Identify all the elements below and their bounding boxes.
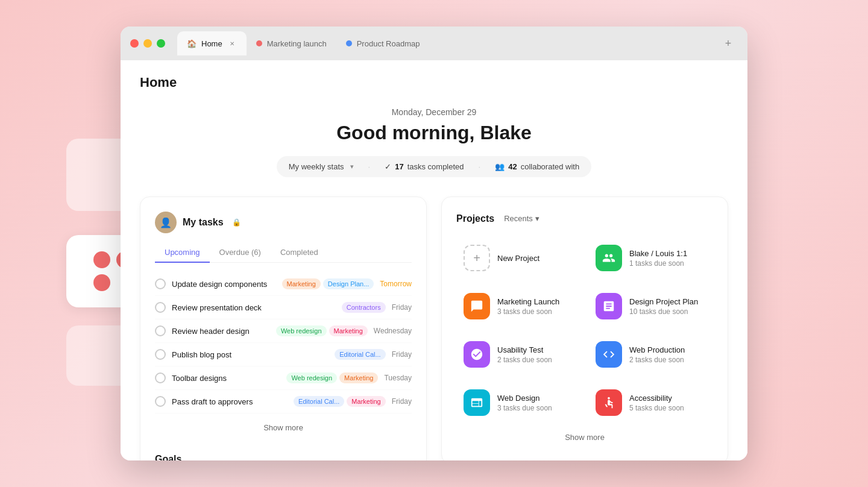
my-tasks-header: 👤 My tasks 🔒 bbox=[155, 212, 412, 233]
project-item-accessibility[interactable]: Accessibility 5 tasks due soon bbox=[588, 382, 713, 423]
project-icon-marketing bbox=[464, 293, 490, 319]
tab-home[interactable]: 🏠 Home ✕ bbox=[177, 31, 247, 55]
tasks-completed-count: 17 bbox=[395, 162, 403, 171]
task-tabs: Upcoming Overdue (6) Completed bbox=[155, 243, 412, 263]
tag-contractors-2[interactable]: Contractors bbox=[342, 302, 386, 313]
task-tags-1: Marketing Design Plan... bbox=[282, 278, 374, 289]
task-check-3[interactable] bbox=[155, 325, 166, 336]
task-due-6: Friday bbox=[392, 397, 412, 406]
project-tasks-usability: 2 tasks due soon bbox=[497, 356, 574, 364]
task-due-1: Tomorrow bbox=[380, 280, 412, 288]
projects-header: Projects Recents ▾ bbox=[456, 212, 713, 225]
check-icon: ✓ bbox=[385, 162, 391, 171]
project-item-new[interactable]: + New Project bbox=[456, 237, 581, 278]
goals-section: Goals Increase qualified leads by 175% M… bbox=[155, 454, 412, 460]
projects-grid: + New Project bbox=[456, 237, 713, 423]
tab-marketing-dot bbox=[256, 40, 262, 46]
tag-web-5[interactable]: Web redesign bbox=[286, 372, 337, 383]
minimize-button[interactable] bbox=[143, 39, 152, 48]
project-tasks-design: 10 tasks due soon bbox=[629, 307, 706, 316]
window-controls bbox=[130, 39, 165, 48]
goals-title: Goals bbox=[155, 454, 412, 460]
avatar: 👤 bbox=[155, 212, 177, 233]
task-check-2[interactable] bbox=[155, 302, 166, 313]
recents-chevron-icon: ▾ bbox=[535, 214, 539, 223]
task-tags-5: Web redesign Marketing bbox=[286, 372, 378, 383]
project-info-blake: Blake / Louis 1:1 1 tasks due soon bbox=[629, 249, 706, 268]
task-row: Review header design Web redesign Market… bbox=[155, 319, 412, 343]
task-check-1[interactable] bbox=[155, 278, 166, 289]
tag-marketing2-6[interactable]: Marketing bbox=[347, 396, 385, 407]
tasks-completed-stat: ✓ 17 tasks completed bbox=[385, 162, 464, 171]
project-info-usability: Usability Test 2 tasks due soon bbox=[497, 345, 574, 364]
add-tab-button[interactable]: + bbox=[719, 34, 738, 53]
project-icon-webdesign bbox=[464, 389, 490, 416]
task-check-5[interactable] bbox=[155, 372, 166, 383]
right-column: Projects Recents ▾ + New Proje bbox=[441, 196, 728, 460]
projects-title: Projects bbox=[456, 213, 494, 224]
maximize-button[interactable] bbox=[157, 39, 165, 48]
new-project-info: New Project bbox=[497, 254, 574, 263]
task-row: Publish blog post Editorial Cal... Frida… bbox=[155, 343, 412, 366]
tab-completed[interactable]: Completed bbox=[271, 243, 328, 263]
page-title: Home bbox=[140, 75, 728, 90]
project-icon-usability bbox=[464, 341, 490, 368]
project-info-accessibility: Accessibility 5 tasks due soon bbox=[629, 394, 706, 412]
task-tags-6: Editorial Cal... Marketing bbox=[294, 396, 386, 407]
project-item-webprod[interactable]: Web Production 2 tasks due soon bbox=[588, 334, 713, 375]
tab-marketing[interactable]: Marketing launch bbox=[247, 31, 336, 55]
home-icon: 🏠 bbox=[187, 39, 197, 48]
hero-section: Monday, December 29 Good morning, Blake … bbox=[140, 107, 728, 177]
project-item-usability[interactable]: Usability Test 2 tasks due soon bbox=[456, 334, 581, 375]
project-name-webprod: Web Production bbox=[629, 345, 706, 354]
stats-dropdown[interactable]: My weekly stats ▾ bbox=[289, 162, 354, 171]
show-more-projects[interactable]: Show more bbox=[456, 426, 713, 449]
task-check-6[interactable] bbox=[155, 396, 166, 407]
collaborated-label: collaborated with bbox=[521, 162, 580, 171]
collaborated-count: 42 bbox=[508, 162, 517, 171]
tag-design-1[interactable]: Design Plan... bbox=[323, 278, 374, 289]
tab-home-label: Home bbox=[201, 39, 222, 48]
tab-bar: 🏠 Home ✕ Marketing launch Product Roadma… bbox=[121, 27, 747, 60]
lock-icon: 🔒 bbox=[232, 218, 241, 227]
task-name-3: Review header design bbox=[172, 327, 270, 336]
project-name-design: Design Project Plan bbox=[629, 297, 706, 306]
task-name-2: Review presentation deck bbox=[172, 303, 336, 312]
close-button[interactable] bbox=[130, 39, 139, 48]
project-item-blake[interactable]: Blake / Louis 1:1 1 tasks due soon bbox=[588, 237, 713, 278]
collaborated-stat: 👥 42 collaborated with bbox=[495, 162, 579, 171]
project-tasks-marketing: 3 tasks due soon bbox=[497, 307, 574, 316]
project-icon-design bbox=[596, 293, 622, 319]
task-tags-4: Editorial Cal... bbox=[335, 349, 385, 360]
project-item-design[interactable]: Design Project Plan 10 tasks due soon bbox=[588, 286, 713, 327]
tag-marketing-1[interactable]: Marketing bbox=[282, 278, 321, 289]
projects-panel: Projects Recents ▾ + New Proje bbox=[441, 196, 728, 460]
new-project-name: New Project bbox=[497, 254, 574, 263]
project-item-webdesign[interactable]: Web Design 3 tasks due soon bbox=[456, 382, 581, 423]
tasks-completed-label: tasks completed bbox=[407, 162, 464, 171]
tag-web-3[interactable]: Web redesign bbox=[276, 325, 327, 336]
project-info-design: Design Project Plan 10 tasks due soon bbox=[629, 297, 706, 316]
my-tasks-panel: 👤 My tasks 🔒 Upcoming Overdue (6) Comple… bbox=[140, 196, 427, 460]
tag-editorial-6[interactable]: Editorial Cal... bbox=[294, 396, 344, 407]
tab-roadmap-dot bbox=[346, 40, 352, 46]
task-check-4[interactable] bbox=[155, 349, 166, 360]
project-info-webprod: Web Production 2 tasks due soon bbox=[629, 345, 706, 364]
project-info-webdesign: Web Design 3 tasks due soon bbox=[497, 394, 574, 412]
tag-editorial-4[interactable]: Editorial Cal... bbox=[335, 349, 385, 360]
project-name-marketing: Marketing Launch bbox=[497, 297, 574, 306]
people-icon: 👥 bbox=[495, 162, 505, 171]
show-more-tasks[interactable]: Show more bbox=[155, 416, 412, 439]
tag-marketing2-3[interactable]: Marketing bbox=[329, 325, 368, 336]
recents-dropdown[interactable]: Recents ▾ bbox=[499, 212, 544, 225]
task-name-5: Toolbar designs bbox=[172, 374, 280, 383]
tab-roadmap[interactable]: Product Roadmap bbox=[336, 31, 430, 55]
task-name-4: Publish blog post bbox=[172, 350, 329, 359]
project-name-blake: Blake / Louis 1:1 bbox=[629, 249, 706, 258]
project-item-marketing[interactable]: Marketing Launch 3 tasks due soon bbox=[456, 286, 581, 327]
tag-marketing-5[interactable]: Marketing bbox=[339, 372, 378, 383]
tab-upcoming[interactable]: Upcoming bbox=[155, 243, 210, 263]
tab-home-close[interactable]: ✕ bbox=[227, 39, 237, 48]
tab-overdue[interactable]: Overdue (6) bbox=[210, 243, 271, 263]
hero-greeting: Good morning, Blake bbox=[140, 122, 728, 144]
